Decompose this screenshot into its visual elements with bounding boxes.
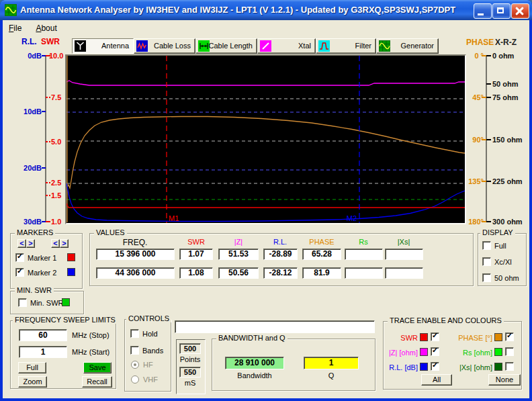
tab-cable-loss-label: Cable Loss <box>154 42 191 50</box>
values-header-phase: PHASE <box>302 238 342 246</box>
marker2-next-button[interactable]: > <box>60 239 69 248</box>
trace-rs-colorbox[interactable] <box>494 348 502 356</box>
minimize-icon <box>478 13 484 15</box>
menu-about[interactable]: About <box>30 21 62 35</box>
all-button[interactable]: All <box>421 374 452 386</box>
marker2-freq-value: 44 306 000 <box>96 267 175 279</box>
trace-rl-checkbox[interactable] <box>431 362 439 371</box>
minimize-button[interactable] <box>474 3 492 19</box>
ms-label: mS <box>176 379 204 387</box>
menu-file[interactable]: File <box>3 21 28 35</box>
min-swr-colorbox[interactable] <box>62 298 70 306</box>
cable-length-icon <box>198 40 210 52</box>
marker2-z-value: 50.56 <box>218 267 259 279</box>
trace-phase-colorbox[interactable] <box>494 333 502 341</box>
display-full-checkbox[interactable] <box>482 241 491 250</box>
marker1-colorbox[interactable] <box>67 253 75 261</box>
display-caption: DISPLAY <box>480 228 515 236</box>
tab-generator[interactable]: Generator <box>376 38 439 54</box>
marker1-label: Marker 1 <box>28 254 56 262</box>
points-value[interactable]: 500 <box>179 343 201 354</box>
trace-xs-checkbox[interactable] <box>505 362 514 371</box>
save-button[interactable]: Save <box>83 362 112 373</box>
ms-value[interactable]: 550 <box>179 367 201 377</box>
svg-text:M2: M2 <box>347 214 357 222</box>
trace-xs-colorbox[interactable] <box>494 363 502 371</box>
swr-axis-title: SWR <box>41 37 60 46</box>
ohm-tick-0: 0 ohm <box>492 52 514 60</box>
start-freq-label: MHz (Start) <box>72 348 109 356</box>
values-header-freq: FREQ. <box>115 238 155 247</box>
tab-xtal[interactable]: Xtal <box>257 38 316 54</box>
maximize-button[interactable] <box>492 3 511 19</box>
swr-tick-2-5: 2.5 <box>51 179 61 187</box>
bandwidth-label: Bandwidth <box>225 371 284 380</box>
close-button[interactable] <box>511 3 529 19</box>
tab-generator-label: Generator <box>400 42 434 50</box>
antenna-icon <box>75 40 86 52</box>
stop-freq-label: MHz (Stop) <box>72 331 109 339</box>
app-icon <box>5 4 17 16</box>
min-swr-label: Min. SWR <box>30 299 64 307</box>
swr-tick-1-5: 1.5 <box>51 191 61 199</box>
trace-swr-colorbox[interactable] <box>420 333 428 341</box>
tab-cable-length-label: Cable Length <box>209 42 253 50</box>
markers-caption: MARKERS <box>15 228 55 236</box>
generator-icon <box>379 40 390 52</box>
hold-checkbox[interactable] <box>130 329 139 338</box>
tab-cable-loss[interactable]: Cable Loss <box>134 38 195 54</box>
xrz-axis-title: X-R-Z <box>495 38 517 47</box>
bands-label: Bands <box>142 347 163 355</box>
trace-swr-checkbox[interactable] <box>431 332 439 341</box>
recall-button[interactable]: Recall <box>82 376 112 388</box>
bands-checkbox[interactable] <box>130 346 139 355</box>
tab-filter[interactable]: Filter <box>316 38 376 54</box>
trace-z-checkbox[interactable] <box>431 347 439 356</box>
trace-z-colorbox[interactable] <box>420 348 428 356</box>
vhf-label: VHF <box>143 375 158 384</box>
none-button[interactable]: None <box>488 374 521 386</box>
marker2-xs-value <box>385 267 423 279</box>
display-full-label: Full <box>494 242 506 250</box>
trace-rs-checkbox[interactable] <box>505 347 514 356</box>
rl-tick-10db: 10dB <box>19 107 42 116</box>
marker2-checkbox[interactable] <box>15 268 24 277</box>
cable-loss-icon <box>136 40 148 52</box>
swr-tick-7-5: 7.5 <box>51 93 61 101</box>
vhf-radio[interactable] <box>131 375 139 384</box>
marker2-prev-button[interactable]: < <box>51 239 60 248</box>
zoom-button[interactable]: Zoom <box>18 376 47 388</box>
marker2-rs-value <box>345 267 383 279</box>
start-freq-input[interactable] <box>19 346 67 358</box>
message-input[interactable] <box>175 320 375 333</box>
chart-area[interactable]: M1M2 <box>65 54 466 224</box>
stop-freq-input[interactable] <box>19 329 67 341</box>
app-window: Antenna Network Analyser by IW3HEV and I… <box>0 0 532 401</box>
trace-phase-checkbox[interactable] <box>505 332 514 341</box>
marker2-colorbox[interactable] <box>67 268 75 276</box>
marker1-prev-button[interactable]: < <box>17 239 26 248</box>
display-xcxl-checkbox[interactable] <box>482 257 491 266</box>
marker1-swr-value: 1.07 <box>179 249 213 260</box>
trace-rs-label: Rs [ohm] <box>443 349 492 357</box>
trace-rl-colorbox[interactable] <box>420 363 428 371</box>
rl-tick-0db: 0dB <box>19 52 42 60</box>
hf-radio[interactable] <box>131 361 139 369</box>
title-bar[interactable]: Antenna Network Analyser by IW3HEV and I… <box>0 0 532 20</box>
trace-z-label: |Z| [ohm] <box>386 349 418 357</box>
full-button[interactable]: Full <box>18 362 46 373</box>
ohm-tick-75: 75 ohm <box>492 93 519 101</box>
hold-label: Hold <box>142 330 158 338</box>
values-header-swr: SWR <box>176 238 216 246</box>
display-50ohm-checkbox[interactable] <box>482 273 491 282</box>
marker2-rl-value: -28.12 <box>263 267 298 279</box>
marker1-checkbox[interactable] <box>15 253 24 262</box>
marker2-phase-value: 81.9 <box>302 267 341 279</box>
hf-label: HF <box>143 361 153 369</box>
min-swr-checkbox[interactable] <box>18 298 27 307</box>
values-header-z: |Z| <box>218 238 259 246</box>
tab-cable-length[interactable]: Cable Length <box>195 38 257 54</box>
points-label: Points <box>176 355 204 363</box>
tab-antenna[interactable]: Antenna <box>72 38 134 54</box>
marker1-next-button[interactable]: > <box>26 239 35 248</box>
